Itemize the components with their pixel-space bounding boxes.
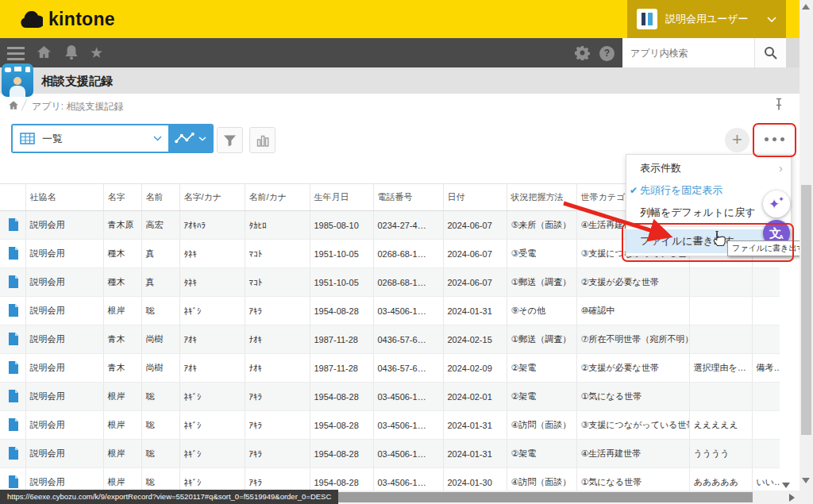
bar-chart-icon <box>256 134 269 147</box>
table-cell: 尚樹 <box>141 354 179 383</box>
graph-view-button[interactable] <box>168 125 212 152</box>
table-cell: ｱｷﾗ <box>245 383 310 411</box>
favorites-star-icon[interactable]: ★ <box>90 44 103 62</box>
record-detail-link[interactable] <box>0 240 25 268</box>
pin-icon[interactable] <box>774 98 784 111</box>
table-row: 説明会用種木真ﾀﾈｷﾏｺﾄ1951-10-050268-68-1…2024-06… <box>0 268 780 297</box>
record-detail-link[interactable] <box>0 297 25 325</box>
chart-button[interactable] <box>249 127 275 153</box>
table-cell: 青木 <box>103 354 141 383</box>
table-cell: 説明会用 <box>25 468 103 491</box>
table-cell: ⑨その他 <box>507 297 576 325</box>
table-cell: ②架電 <box>507 383 576 411</box>
record-detail-link[interactable] <box>0 354 25 383</box>
table-cell: 根岸 <box>103 297 141 325</box>
table-cell <box>752 440 780 468</box>
column-header-0[interactable] <box>0 184 25 211</box>
record-document-icon <box>8 447 18 460</box>
add-record-button[interactable]: + <box>725 128 749 152</box>
user-menu[interactable]: 説明会用ユーザー <box>627 0 786 38</box>
column-header-7[interactable]: 電話番号 <box>373 184 443 211</box>
table-cell: あああああ <box>689 468 752 491</box>
table-cell: 2024-02-09 <box>443 354 507 383</box>
person-glyph <box>25 67 30 72</box>
table-cell: 1954-08-28 <box>310 383 373 411</box>
table-cell: ⑩確認中 <box>576 297 689 325</box>
table-cell: 説明会用 <box>25 268 103 297</box>
app-icon[interactable] <box>2 63 33 97</box>
table-cell: 2024-02-15 <box>443 325 507 354</box>
user-avatar <box>637 9 657 29</box>
column-header-4[interactable]: 名字/カナ <box>179 184 245 211</box>
phone-glyph <box>5 67 11 72</box>
record-detail-link[interactable] <box>0 383 25 411</box>
bell-icon[interactable] <box>64 44 79 60</box>
table-cell: ②架電 <box>507 354 576 383</box>
record-detail-link[interactable] <box>0 411 25 440</box>
vertical-scrollbar <box>800 0 813 491</box>
search-input[interactable] <box>622 38 754 67</box>
breadcrumb-home-icon[interactable] <box>8 100 19 110</box>
breadcrumb[interactable]: アプリ: 相談支援記録 <box>32 100 124 113</box>
record-detail-link[interactable] <box>0 440 25 468</box>
table-cell <box>689 268 752 297</box>
record-document-icon <box>8 361 18 374</box>
table-cell: 選択理由を… <box>689 354 752 383</box>
table-cell: 説明会用 <box>25 297 103 325</box>
help-icon[interactable]: ? <box>599 46 615 61</box>
scroll-up-icon[interactable] <box>802 4 810 10</box>
kintone-cloud-icon <box>21 11 43 29</box>
table-row: 説明会用根岸聡ﾈｷﾞｼｱｷﾗ1954-08-2803-4506-1…2024-0… <box>0 468 780 491</box>
column-header-6[interactable]: 生年月日 <box>310 184 373 211</box>
table-cell: 0234-27-4… <box>373 211 443 240</box>
record-document-icon <box>8 218 18 231</box>
chevron-down-icon <box>767 17 776 22</box>
table-cell: 聡 <box>141 468 179 491</box>
home-icon[interactable] <box>37 44 52 60</box>
table-cell: 青木原 <box>103 211 141 240</box>
view-selector[interactable]: 一覧 <box>11 124 214 153</box>
table-cell: 2024-06-07 <box>443 240 507 268</box>
vertical-scrollbar-thumb[interactable] <box>801 185 811 435</box>
record-detail-link[interactable] <box>0 211 25 240</box>
column-header-8[interactable]: 日付 <box>443 184 507 211</box>
table-cell: 03-4506-1… <box>373 468 443 491</box>
record-detail-link[interactable] <box>0 468 25 491</box>
table-cell: ｱｷﾗ <box>245 468 310 491</box>
table-row: 説明会用根岸聡ﾈｷﾞｼｱｷﾗ1954-08-2803-4506-1…2024-0… <box>0 297 780 325</box>
table-cell: ｱｷﾗ <box>245 411 310 440</box>
table-cell: ③支援につながっている世帯 <box>576 411 689 440</box>
gear-icon[interactable] <box>575 45 590 60</box>
menu-item-display-count[interactable]: 表示件数 › <box>626 157 791 179</box>
table-cell: ④訪問（面談） <box>507 411 576 440</box>
sparkle-extension-button[interactable]: ✦ ✦ <box>763 190 790 217</box>
logo-text: kintone <box>48 9 115 30</box>
table-cell: ﾅｵｷ <box>245 325 310 354</box>
global-header: kintone 説明会用ユーザー <box>0 0 800 38</box>
column-header-5[interactable]: 名前/カナ <box>245 184 310 211</box>
record-document-icon <box>8 304 18 317</box>
table-cell: 1954-08-28 <box>310 440 373 468</box>
record-detail-link[interactable] <box>0 268 25 297</box>
table-cell <box>752 411 780 440</box>
table-cell: ①郵送（調査） <box>507 268 576 297</box>
user-name: 説明会用ユーザー <box>665 12 759 26</box>
search-button[interactable] <box>754 38 786 67</box>
filter-button[interactable] <box>217 127 243 153</box>
table-cell: ④生活再建世帯 <box>576 440 689 468</box>
scroll-right-icon[interactable] <box>789 494 795 502</box>
table-cell: えええええ <box>689 411 752 440</box>
scroll-down-icon[interactable] <box>802 478 810 483</box>
table-cell <box>689 383 752 411</box>
record-detail-link[interactable] <box>0 325 25 354</box>
table-scroll-down-icon[interactable] <box>782 483 790 488</box>
hamburger-menu-icon[interactable] <box>7 47 25 63</box>
table-cell: ①気になる世帯 <box>576 383 689 411</box>
column-header-3[interactable]: 名前 <box>141 184 179 211</box>
column-header-1[interactable]: 社協名 <box>25 184 103 211</box>
column-header-2[interactable]: 名字 <box>103 184 141 211</box>
table-cell: ⑦所在不明世帯（宛所不明） <box>576 325 689 354</box>
table-cell: 2024-02-01 <box>443 383 507 411</box>
record-document-icon <box>8 333 18 345</box>
view-select-dropdown[interactable]: 一覧 <box>13 125 168 152</box>
